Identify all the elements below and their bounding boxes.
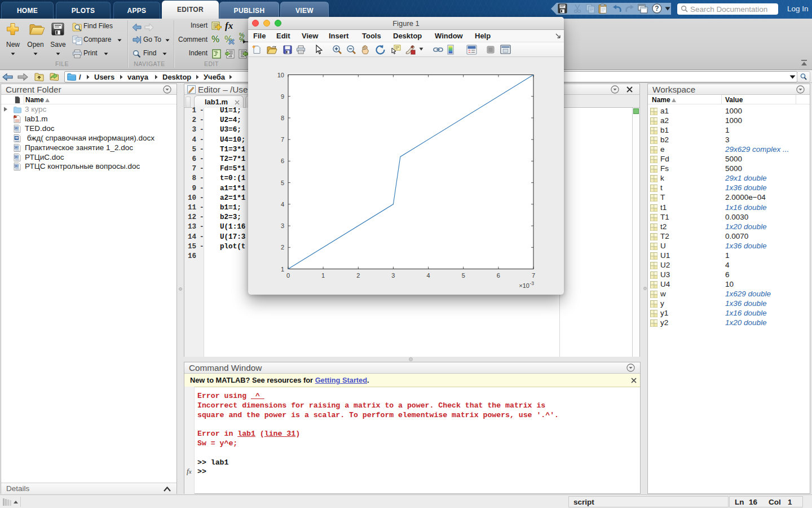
svg-text:0: 0 (286, 272, 290, 279)
svg-text:-3: -3 (530, 281, 535, 286)
svg-text:3: 3 (391, 272, 395, 279)
svg-text:9: 9 (281, 93, 284, 100)
svg-text:?: ? (655, 5, 659, 12)
svg-text:6: 6 (497, 272, 500, 279)
svg-text:6: 6 (281, 157, 284, 164)
svg-text:4: 4 (427, 272, 430, 279)
svg-text:×10: ×10 (519, 282, 529, 289)
svg-text:7: 7 (281, 136, 284, 143)
svg-text:1: 1 (281, 266, 284, 273)
svg-text:7: 7 (532, 272, 535, 279)
svg-text:3: 3 (281, 222, 284, 229)
svg-text:W: W (15, 136, 19, 139)
svg-text:5: 5 (281, 179, 284, 186)
svg-text:4: 4 (281, 201, 284, 208)
svg-text:8: 8 (281, 115, 284, 121)
svg-text:2: 2 (356, 272, 360, 279)
svg-text:W: W (15, 126, 19, 130)
svg-text:W: W (15, 155, 19, 158)
svg-text:5: 5 (462, 272, 465, 279)
svg-text:W: W (15, 145, 19, 148)
svg-text:1: 1 (321, 272, 325, 279)
svg-text:10: 10 (277, 72, 284, 78)
svg-text:2: 2 (281, 244, 284, 251)
svg-text:W: W (15, 164, 19, 168)
